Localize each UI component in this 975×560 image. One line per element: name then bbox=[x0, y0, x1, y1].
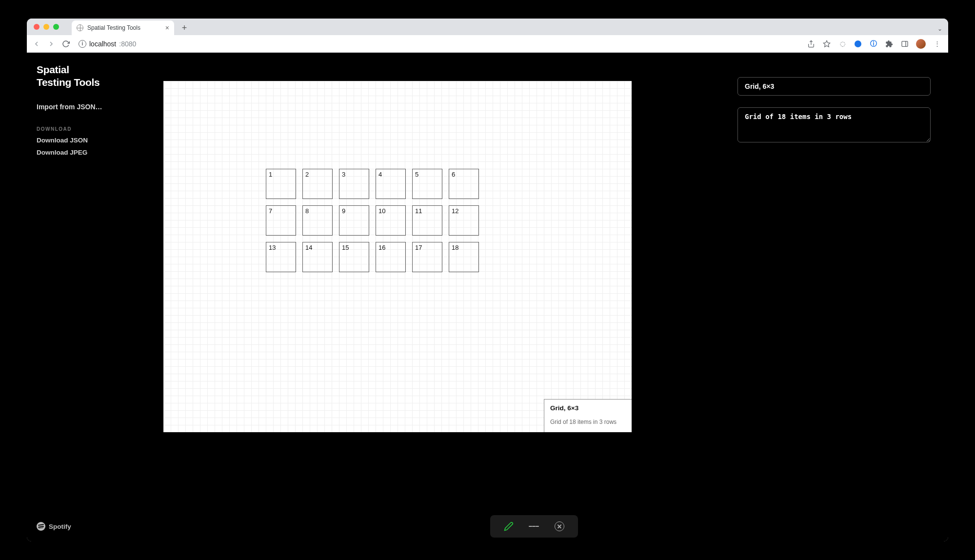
caption-box: Grid, 6×3 Grid of 18 items in 3 rows bbox=[544, 399, 632, 432]
grid-cell[interactable]: 18 bbox=[449, 242, 479, 272]
extension-icon-2[interactable] bbox=[854, 40, 862, 48]
grid-cell[interactable]: 17 bbox=[412, 242, 442, 272]
grid-cell[interactable]: 8 bbox=[302, 205, 333, 236]
url-host: localhost bbox=[89, 40, 116, 48]
brand-footer: Spotify bbox=[37, 522, 71, 531]
name-input[interactable] bbox=[737, 77, 931, 96]
maximize-window-button[interactable] bbox=[53, 24, 59, 30]
window-controls bbox=[34, 24, 59, 30]
bottom-toolbar bbox=[490, 515, 578, 538]
browser-tab[interactable]: Spatial Testing Tools × bbox=[72, 20, 174, 35]
browser-tab-bar: Spatial Testing Tools × + ⌄ bbox=[27, 19, 948, 35]
site-info-icon[interactable]: i bbox=[79, 40, 86, 48]
bookmark-star-icon[interactable] bbox=[822, 40, 831, 48]
address-bar[interactable]: i localhost:8080 bbox=[79, 40, 136, 48]
globe-icon bbox=[77, 24, 83, 31]
list-tool-icon[interactable] bbox=[529, 521, 539, 532]
new-tab-button[interactable]: + bbox=[178, 21, 191, 34]
download-jpeg-link[interactable]: Download JPEG bbox=[37, 149, 110, 156]
clear-tool-icon[interactable] bbox=[554, 521, 565, 532]
pencil-tool-icon[interactable] bbox=[503, 521, 514, 532]
download-heading: DOWNLOAD bbox=[37, 126, 110, 132]
canvas[interactable]: 123456789101112131415161718 Grid, 6×3 Gr… bbox=[163, 81, 632, 432]
grid-cell[interactable]: 16 bbox=[376, 242, 406, 272]
download-json-link[interactable]: Download JSON bbox=[37, 137, 110, 144]
grid-cell[interactable]: 9 bbox=[339, 205, 369, 236]
grid-cell[interactable]: 10 bbox=[376, 205, 406, 236]
description-textarea[interactable] bbox=[737, 107, 931, 142]
properties-panel bbox=[729, 53, 948, 541]
grid-cell[interactable]: 13 bbox=[266, 242, 296, 272]
sidebar: Spatial Testing Tools Import from JSON… … bbox=[27, 53, 119, 541]
extension-icon-3[interactable]: ⓘ bbox=[869, 40, 878, 48]
spotify-icon bbox=[37, 522, 45, 531]
back-button[interactable] bbox=[32, 39, 41, 49]
close-tab-button[interactable]: × bbox=[165, 24, 169, 32]
grid-cell[interactable]: 14 bbox=[302, 242, 333, 272]
grid-cell[interactable]: 4 bbox=[376, 169, 406, 199]
minimize-window-button[interactable] bbox=[43, 24, 49, 30]
grid-cell[interactable]: 5 bbox=[412, 169, 442, 199]
grid-cell[interactable]: 3 bbox=[339, 169, 369, 199]
panel-icon[interactable] bbox=[900, 40, 909, 48]
grid-cell[interactable]: 1 bbox=[266, 169, 296, 199]
app-title: Spatial Testing Tools bbox=[37, 63, 110, 89]
brand-label: Spotify bbox=[49, 523, 71, 530]
profile-avatar[interactable] bbox=[916, 39, 926, 49]
close-window-button[interactable] bbox=[34, 24, 40, 30]
browser-menu-icon[interactable]: ⋮ bbox=[933, 40, 941, 48]
grid-cell[interactable]: 2 bbox=[302, 169, 333, 199]
caption-title: Grid, 6×3 bbox=[550, 404, 626, 412]
tab-overflow-button[interactable]: ⌄ bbox=[937, 25, 942, 32]
extension-icon-1[interactable]: ◌ bbox=[838, 40, 847, 48]
grid-cell[interactable]: 6 bbox=[449, 169, 479, 199]
svg-marker-1 bbox=[823, 40, 830, 47]
extensions-puzzle-icon[interactable] bbox=[885, 40, 894, 48]
svg-rect-2 bbox=[902, 41, 908, 46]
grid-frame[interactable]: 123456789101112131415161718 bbox=[266, 169, 479, 272]
grid-cell[interactable]: 11 bbox=[412, 205, 442, 236]
forward-button[interactable] bbox=[46, 39, 56, 49]
caption-subtitle: Grid of 18 items in 3 rows bbox=[550, 419, 626, 425]
grid-cell[interactable]: 7 bbox=[266, 205, 296, 236]
import-json-link[interactable]: Import from JSON… bbox=[37, 103, 110, 111]
reload-button[interactable] bbox=[61, 39, 71, 49]
share-icon[interactable] bbox=[807, 40, 816, 48]
grid-cell[interactable]: 15 bbox=[339, 242, 369, 272]
browser-toolbar: i localhost:8080 ◌ ⓘ bbox=[27, 35, 948, 53]
tab-title: Spatial Testing Tools bbox=[87, 24, 140, 31]
grid-cell[interactable]: 12 bbox=[449, 205, 479, 236]
url-port: :8080 bbox=[119, 40, 136, 48]
